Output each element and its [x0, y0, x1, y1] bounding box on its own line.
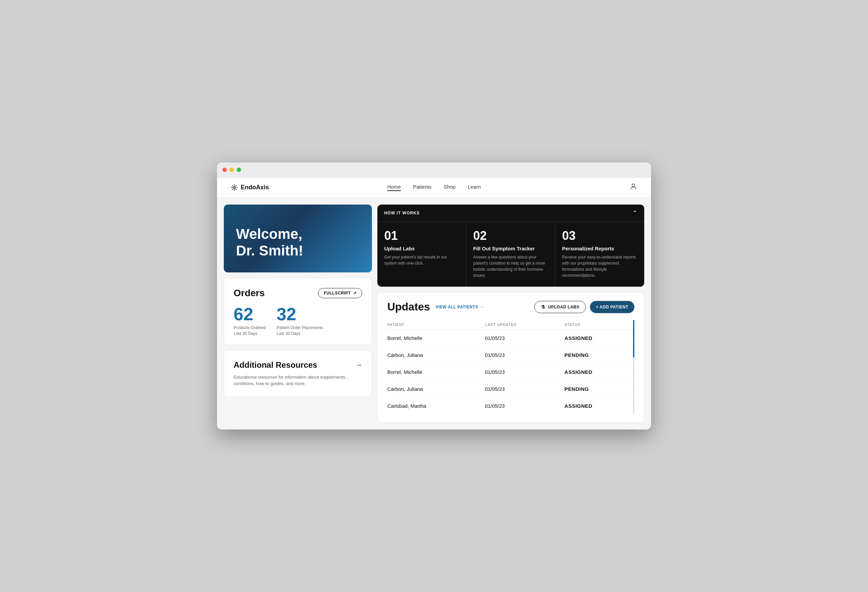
cell-status: ASSIGNED [565, 398, 635, 414]
nav-home[interactable]: Home [387, 184, 401, 191]
scroll-thumb [633, 320, 635, 358]
fullscript-button[interactable]: FULLSCRIPT ↗ [318, 288, 362, 298]
logo-text: EndoAxis [241, 184, 269, 191]
svg-point-0 [233, 186, 235, 189]
resources-card[interactable]: Additional Resources → Educational resou… [224, 351, 372, 397]
cell-status: ASSIGNED [565, 364, 635, 380]
navbar: EndoAxis Home Patients Shop Learn [217, 178, 651, 198]
nav-shop[interactable]: Shop [443, 184, 455, 191]
cell-status: ASSIGNED [565, 330, 635, 347]
cell-patient: Carbon, Juliana [387, 347, 485, 364]
add-patient-button[interactable]: + ADD PATIENT [590, 301, 635, 313]
cell-last-updated: 01/05/23 [485, 380, 565, 398]
cell-status: PENDING [565, 347, 635, 364]
svg-line-8 [232, 189, 233, 189]
table-row[interactable]: Carbon, Juliana01/05/23PENDING [387, 347, 635, 364]
step-1: 01 Upload Labs Get your patient's lab re… [377, 222, 466, 287]
step-2-description: Answer a few questions about your patien… [473, 254, 548, 278]
stat-products-number: 62 [233, 305, 266, 323]
nav-links: Home Patients Shop Learn [387, 184, 481, 191]
how-it-works-card: HOW IT WORKS ⌃ 01 Upload Labs Get your p… [377, 204, 644, 287]
resources-description: Educational resources for information ab… [233, 374, 362, 387]
svg-line-5 [232, 185, 233, 186]
updates-actions: ⚗ UPLOAD LABS + ADD PATIENT [534, 301, 635, 313]
flask-icon: ⚗ [541, 304, 546, 310]
patients-table: PATIENT LAST UPDATED STATUS Borrel, Mich… [387, 320, 635, 414]
updates-title: Updates [387, 300, 430, 313]
cell-last-updated: 01/05/23 [485, 347, 565, 364]
step-1-number: 01 [384, 229, 459, 243]
step-3-description: Receive your easy-to-understand reports … [562, 254, 638, 278]
user-icon[interactable] [629, 182, 638, 193]
table-header-row: PATIENT LAST UPDATED STATUS [387, 320, 635, 330]
scroll-indicator[interactable] [633, 320, 635, 414]
cell-patient: Carbon, Juliana [387, 380, 485, 398]
add-patient-label: + ADD PATIENT [596, 305, 628, 309]
resources-title: Additional Resources [233, 360, 317, 370]
upload-labs-label: UPLOAD LABS [548, 305, 579, 309]
table-row[interactable]: Carbon, Juliana01/05/23PENDING [387, 380, 635, 398]
upload-labs-button[interactable]: ⚗ UPLOAD LABS [534, 301, 586, 313]
step-2: 02 Fill Out Symptom Tracker Answer a few… [466, 222, 555, 287]
step-2-title: Fill Out Symptom Tracker [473, 246, 548, 252]
orders-title: Orders [233, 288, 265, 299]
stat-placements: 32 Patient Order PlacementsLast 30 Days [277, 305, 323, 336]
right-column: HOW IT WORKS ⌃ 01 Upload Labs Get your p… [377, 204, 644, 423]
cell-last-updated: 01/05/23 [485, 398, 565, 414]
cell-patient: Carlsbad, Martha [387, 398, 485, 414]
main-content: Welcome,Dr. Smith! Orders FULLSCRIPT ↗ 6… [217, 198, 651, 429]
updates-card: Updates VIEW ALL PATIENTS → ⚗ UPLOAD LAB… [377, 292, 644, 423]
col-status: STATUS [565, 320, 635, 330]
external-link-icon: ↗ [353, 291, 357, 296]
minimize-button[interactable] [230, 167, 234, 172]
col-patient: PATIENT [387, 320, 485, 330]
updates-header: Updates VIEW ALL PATIENTS → ⚗ UPLOAD LAB… [387, 300, 635, 313]
hero-title: Welcome,Dr. Smith! [236, 226, 303, 259]
orders-stats: 62 Products OrderedLast 30 Days 32 Patie… [233, 305, 362, 336]
nav-patients[interactable]: Patients [413, 184, 431, 191]
view-all-patients-button[interactable]: VIEW ALL PATIENTS → [435, 305, 484, 309]
cell-patient: Borrel, Michelle [387, 330, 485, 347]
hero-card: Welcome,Dr. Smith! [224, 204, 372, 272]
cell-last-updated: 01/05/23 [485, 364, 565, 380]
step-1-title: Upload Labs [384, 246, 459, 252]
cell-last-updated: 01/05/23 [485, 330, 565, 347]
resources-arrow-icon[interactable]: → [355, 361, 362, 369]
how-it-works-header: HOW IT WORKS ⌃ [377, 204, 644, 222]
resources-header: Additional Resources → [233, 360, 362, 370]
step-3-number: 03 [562, 229, 638, 243]
stat-placements-label: Patient Order PlacementsLast 30 Days [277, 325, 323, 336]
col-last-updated: LAST UPDATED [485, 320, 565, 330]
stat-products: 62 Products OrderedLast 30 Days [233, 305, 266, 336]
cell-status: PENDING [565, 380, 635, 398]
table-row[interactable]: Borrel, Michelle01/05/23ASSIGNED [387, 330, 635, 347]
app-window: EndoAxis Home Patients Shop Learn Welcom… [217, 163, 651, 429]
maximize-button[interactable] [237, 167, 241, 172]
step-3-title: Personalized Reports [562, 246, 638, 252]
step-3: 03 Personalized Reports Receive your eas… [555, 222, 644, 287]
table-row[interactable]: Borrel, Michelle01/05/23ASSIGNED [387, 364, 635, 380]
how-it-works-title: HOW IT WORKS [384, 211, 420, 215]
svg-line-6 [236, 189, 237, 189]
step-1-description: Get your patient's lab results in our sy… [384, 254, 459, 266]
patients-table-wrapper: PATIENT LAST UPDATED STATUS Borrel, Mich… [387, 320, 635, 414]
close-button[interactable] [223, 167, 227, 172]
cell-patient: Borrel, Michelle [387, 364, 485, 380]
nav-learn[interactable]: Learn [468, 184, 480, 191]
chevron-up-icon[interactable]: ⌃ [632, 209, 638, 217]
logo-icon [230, 184, 238, 191]
orders-card: Orders FULLSCRIPT ↗ 62 Products OrderedL… [224, 278, 372, 345]
svg-point-9 [632, 184, 635, 186]
orders-header: Orders FULLSCRIPT ↗ [233, 288, 362, 299]
title-bar [217, 163, 651, 178]
svg-line-7 [236, 185, 237, 186]
stat-products-label: Products OrderedLast 30 Days [233, 325, 266, 336]
table-row[interactable]: Carlsbad, Martha01/05/23ASSIGNED [387, 398, 635, 414]
left-column: Welcome,Dr. Smith! Orders FULLSCRIPT ↗ 6… [224, 204, 372, 423]
stat-placements-number: 32 [277, 305, 323, 323]
fullscript-label: FULLSCRIPT [324, 291, 351, 296]
step-2-number: 02 [473, 229, 548, 243]
logo: EndoAxis [230, 184, 269, 191]
how-it-works-steps: 01 Upload Labs Get your patient's lab re… [377, 222, 644, 287]
